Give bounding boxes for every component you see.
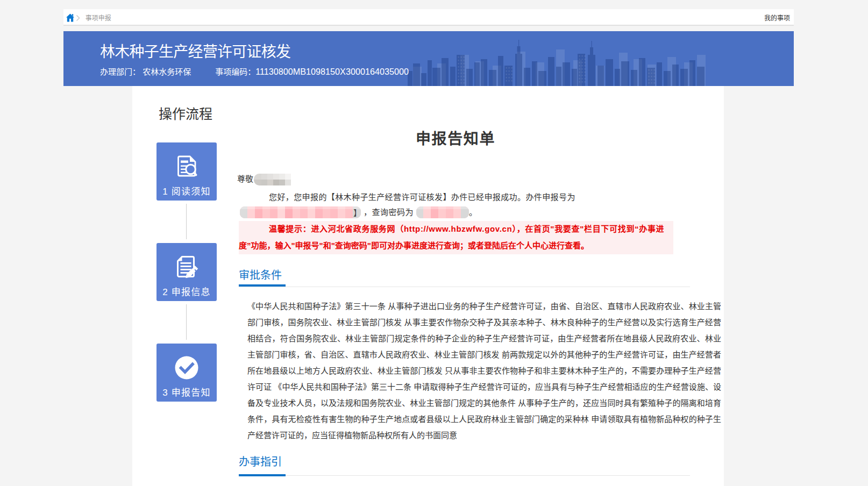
svg-text:】: 】 xyxy=(353,209,361,218)
